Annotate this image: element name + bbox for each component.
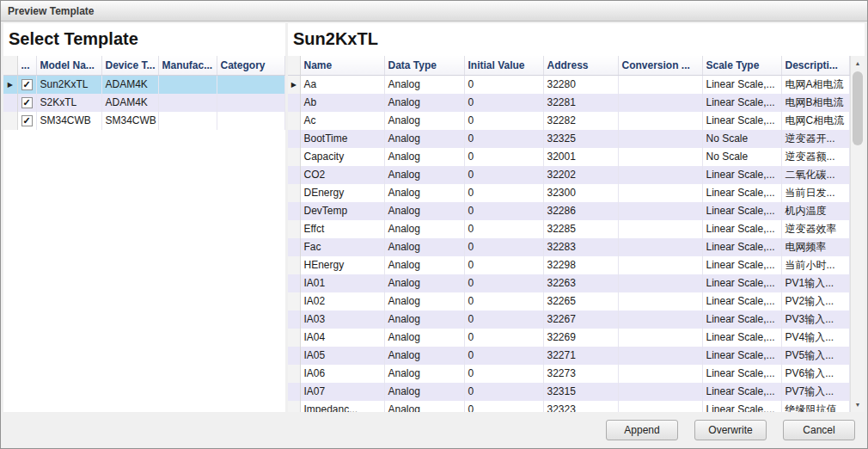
row-indicator-cell <box>288 329 300 347</box>
tag-row[interactable]: IA07Analog032315Linear Scale,...PV7输入... <box>288 383 850 401</box>
tag-column-header[interactable]: Scale Type <box>702 56 781 76</box>
tag-cell: PV2输入... <box>781 292 850 311</box>
tag-cell: Analog <box>384 184 464 202</box>
template-checkbox[interactable]: ✓ <box>21 97 33 108</box>
tag-cell: Linear Scale,... <box>702 401 781 412</box>
tag-cell: 当前小时... <box>781 256 850 274</box>
tag-row[interactable]: EffctAnalog032285Linear Scale,...逆变器效率 <box>288 220 850 238</box>
tag-cell <box>618 329 702 347</box>
preview-template-dialog: Preview Template Select Template ...Mode… <box>0 0 868 449</box>
tag-column-header[interactable]: Name <box>300 56 384 76</box>
template-cell: S2KxTL <box>36 94 101 112</box>
tag-cell: Analog <box>384 365 464 383</box>
tag-column-header[interactable]: Descripti... <box>781 56 850 76</box>
tag-cell: Capacity <box>300 148 384 166</box>
tag-cell: Ac <box>300 112 384 130</box>
template-column-header[interactable]: ... <box>17 56 36 76</box>
tag-cell: 二氧化碳... <box>781 166 850 184</box>
cancel-button[interactable]: Cancel <box>783 420 855 440</box>
template-row[interactable]: ▶✓Sun2KxTLADAM4K <box>3 76 285 95</box>
tag-row[interactable]: IA01Analog032263Linear Scale,...PV1输入... <box>288 274 850 292</box>
template-column-header[interactable]: Model Na... <box>36 56 101 76</box>
tag-cell: Linear Scale,... <box>702 94 781 112</box>
tag-cell: 电网B相电流 <box>781 94 850 112</box>
template-checkbox[interactable]: ✓ <box>21 79 33 90</box>
scroll-down-arrow-icon[interactable]: ▼ <box>851 397 865 412</box>
tag-cell <box>618 220 702 238</box>
tag-cell <box>618 238 702 256</box>
row-indicator-cell <box>288 238 300 256</box>
tag-cell: Analog <box>384 220 464 238</box>
append-button[interactable]: Append <box>606 420 678 440</box>
tag-row[interactable]: CO2Analog032202Linear Scale,...二氧化碳... <box>288 166 850 184</box>
tag-row[interactable]: BootTimeAnalog032325No Scale逆变器开... <box>288 130 850 148</box>
template-column-header[interactable]: Device T... <box>101 56 158 76</box>
tag-cell: BootTime <box>300 130 384 148</box>
tag-cell: 32001 <box>543 148 618 166</box>
tag-cell <box>618 347 702 365</box>
template-row[interactable]: ✓S2KxTLADAM4K <box>3 94 285 112</box>
tag-row[interactable]: IA04Analog032269Linear Scale,...PV4输入... <box>288 329 850 347</box>
template-checkbox[interactable]: ✓ <box>21 115 33 126</box>
overwrite-button[interactable]: Overwrite <box>694 420 767 440</box>
tag-row[interactable]: DevTempAnalog032286Linear Scale,...机内温度 <box>288 202 850 220</box>
tag-row[interactable]: HEnergyAnalog032298Linear Scale,...当前小时.… <box>288 256 850 274</box>
template-row[interactable]: ✓SM34CWBSM34CWB <box>3 112 285 130</box>
tag-cell: Effct <box>300 220 384 238</box>
tag-cell: Aa <box>300 76 384 95</box>
tag-row[interactable]: IA06Analog032273Linear Scale,...PV6输入... <box>288 365 850 383</box>
template-column-header[interactable]: Manufac... <box>158 56 217 76</box>
tag-cell: IA02 <box>300 292 384 311</box>
tag-column-header[interactable]: Conversion ... <box>618 56 702 76</box>
template-cell <box>158 112 217 130</box>
scrollbar-thumb[interactable] <box>853 71 863 145</box>
tag-cell: Fac <box>300 238 384 256</box>
tag-row[interactable]: ▶AaAnalog032280Linear Scale,...电网A相电流 <box>288 76 850 95</box>
template-grid-viewport: ...Model Na...Device T...Manufac...Categ… <box>3 56 285 412</box>
row-indicator-cell <box>288 292 300 311</box>
titlebar[interactable]: Preview Template <box>1 1 867 22</box>
tag-cell: Linear Scale,... <box>702 383 781 401</box>
row-indicator-cell <box>288 94 300 112</box>
scroll-up-arrow-icon[interactable]: ▲ <box>851 56 865 71</box>
tag-cell: 0 <box>464 365 543 383</box>
row-indicator-cell <box>288 311 300 329</box>
tag-column-header[interactable]: Data Type <box>384 56 464 76</box>
vertical-scrollbar[interactable]: ▲ ▼ <box>850 56 865 412</box>
window-title: Preview Template <box>8 5 95 17</box>
row-indicator-cell <box>288 130 300 148</box>
tag-row[interactable]: IA03Analog032267Linear Scale,...PV3输入... <box>288 311 850 329</box>
tag-cell: IA06 <box>300 365 384 383</box>
tag-cell: DevTemp <box>300 202 384 220</box>
tag-column-header[interactable]: Address <box>543 56 618 76</box>
tag-grid-header-row: NameData TypeInitial ValueAddressConvers… <box>288 56 850 76</box>
row-indicator-cell <box>3 112 17 130</box>
tag-cell: 0 <box>464 256 543 274</box>
tag-row[interactable]: AbAnalog032281Linear Scale,...电网B相电流 <box>288 94 850 112</box>
tag-cell: Linear Scale,... <box>702 76 781 95</box>
tag-cell: Linear Scale,... <box>702 274 781 292</box>
row-indicator-cell <box>288 256 300 274</box>
tag-cell: Linear Scale,... <box>702 292 781 311</box>
current-row-indicator-icon: ▶ <box>3 76 17 95</box>
tag-row[interactable]: IA02Analog032265Linear Scale,...PV2输入... <box>288 292 850 311</box>
dialog-footer: Append Overwrite Cancel <box>1 412 867 448</box>
tag-cell: 32281 <box>543 94 618 112</box>
tag-cell: Linear Scale,... <box>702 220 781 238</box>
tag-row[interactable]: Impedanc...Analog032323Linear Scale,...绝… <box>288 401 850 412</box>
tag-cell: 0 <box>464 112 543 130</box>
template-grid-header-row: ...Model Na...Device T...Manufac...Categ… <box>3 56 285 76</box>
template-cell <box>217 94 285 112</box>
tag-row[interactable]: FacAnalog032283Linear Scale,...电网频率 <box>288 238 850 256</box>
tag-row[interactable]: DEnergyAnalog032300Linear Scale,...当前日发.… <box>288 184 850 202</box>
tag-column-header[interactable]: Initial Value <box>464 56 543 76</box>
tag-row[interactable]: IA05Analog032271Linear Scale,...PV5输入... <box>288 347 850 365</box>
tag-row[interactable]: AcAnalog032282Linear Scale,...电网C相电流 <box>288 112 850 130</box>
tag-cell <box>618 292 702 311</box>
tag-cell: DEnergy <box>300 184 384 202</box>
template-column-header[interactable]: Category <box>217 56 285 76</box>
tag-row[interactable]: CapacityAnalog032001No Scale逆变器额... <box>288 148 850 166</box>
tag-cell: HEnergy <box>300 256 384 274</box>
tag-cell: Linear Scale,... <box>702 166 781 184</box>
tag-cell: 0 <box>464 202 543 220</box>
